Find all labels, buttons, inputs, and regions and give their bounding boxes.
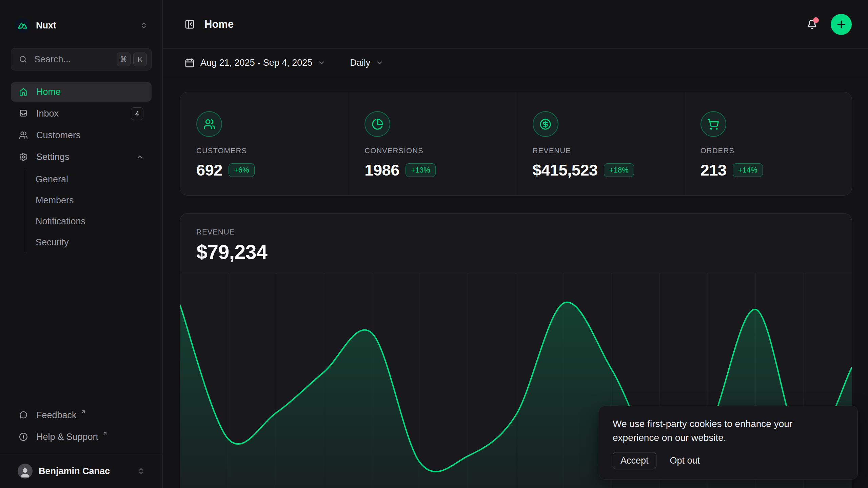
sidebar-item-home[interactable]: Home <box>11 82 152 102</box>
period-select[interactable]: Daily <box>350 58 383 68</box>
message-bubble-icon <box>19 411 28 420</box>
footer-link-label: Feedback <box>36 410 77 421</box>
cookie-actions: Accept Opt out <box>613 452 844 469</box>
dollar-circle-icon <box>533 111 558 137</box>
subnav-label: General <box>36 174 68 185</box>
stat-delta-badge: +13% <box>406 163 436 177</box>
sidebar-spacer <box>0 253 162 406</box>
external-link-icon <box>80 409 86 415</box>
sidebar-item-general[interactable]: General <box>36 169 152 190</box>
revenue-chart-header: REVENUE $79,234 <box>180 214 852 264</box>
stat-delta-badge: +6% <box>229 163 255 177</box>
stat-label: REVENUE <box>533 146 668 155</box>
sidebar: Nuxt Search... ⌘ K Home Inbox 4 <box>0 0 163 488</box>
sidebar-nav: Home Inbox 4 Customers Settings Genera <box>11 82 152 253</box>
user-bar: Benjamin Canac <box>0 454 162 488</box>
kbd-k: K <box>133 53 147 66</box>
pie-chart-icon <box>364 111 390 137</box>
external-link-icon <box>102 431 108 436</box>
users-icon <box>196 111 222 137</box>
stat-card-conversions: CONVERSIONS 1986 +13% <box>348 92 516 195</box>
inbox-count-badge: 4 <box>131 107 143 120</box>
subnav-label: Members <box>36 195 74 206</box>
sidebar-item-security[interactable]: Security <box>36 232 152 253</box>
feedback-link[interactable]: Feedback <box>11 406 152 425</box>
stat-label: ORDERS <box>701 146 835 155</box>
chevrons-up-down-icon <box>140 22 147 29</box>
calendar-icon <box>184 58 195 68</box>
gear-icon <box>19 152 28 161</box>
add-button[interactable] <box>831 14 852 35</box>
avatar <box>18 464 33 479</box>
home-icon <box>19 87 28 96</box>
info-circle-icon <box>19 432 28 441</box>
page-title: Home <box>204 18 234 30</box>
stat-value: 1986 <box>364 161 399 179</box>
subnav-label: Notifications <box>36 216 85 227</box>
date-range-value: Aug 21, 2025 - Sep 4, 2025 <box>200 58 312 68</box>
sidebar-item-members[interactable]: Members <box>36 190 152 211</box>
sidebar-item-label: Inbox <box>36 108 59 119</box>
stat-delta-badge: +18% <box>604 163 634 177</box>
chevron-down-icon <box>318 59 326 67</box>
stat-card-revenue: REVENUE $415,523 +18% <box>516 92 684 195</box>
chevron-up-icon <box>136 153 143 161</box>
chevrons-up-down-icon <box>137 467 145 475</box>
header-actions <box>806 14 852 35</box>
accept-button[interactable]: Accept <box>613 452 656 469</box>
sidebar-item-inbox[interactable]: Inbox 4 <box>11 104 152 123</box>
stat-value: 692 <box>196 161 222 179</box>
workspace-switcher[interactable]: Nuxt <box>8 14 154 37</box>
search-shortcut: ⌘ K <box>117 53 147 66</box>
help-support-link[interactable]: Help & Support <box>11 427 152 446</box>
user-name: Benjamin Canac <box>39 466 110 476</box>
stats-row: CUSTOMERS 692 +6% CONVERSIONS 1986 +13% <box>180 92 852 196</box>
filters-toolbar: Aug 21, 2025 - Sep 4, 2025 Daily <box>163 49 868 77</box>
user-menu[interactable]: Benjamin Canac <box>11 462 152 480</box>
stat-label: CUSTOMERS <box>196 146 332 155</box>
revenue-chart-label: REVENUE <box>196 228 835 237</box>
workspace-name: Nuxt <box>36 20 56 31</box>
stat-label: CONVERSIONS <box>364 146 499 155</box>
notification-dot <box>813 17 819 23</box>
sidebar-item-notifications[interactable]: Notifications <box>36 211 152 232</box>
footer-link-label: Help & Support <box>36 432 98 442</box>
stat-card-customers: CUSTOMERS 692 +6% <box>180 92 348 195</box>
period-value: Daily <box>350 58 370 68</box>
revenue-chart-value: $79,234 <box>196 241 835 264</box>
opt-out-button[interactable]: Opt out <box>670 455 700 466</box>
sidebar-footer: Feedback Help & Support <box>11 406 152 446</box>
kbd-cmd: ⌘ <box>117 53 131 66</box>
stat-delta-badge: +14% <box>733 163 763 177</box>
shopping-cart-icon <box>701 111 726 137</box>
search-input[interactable]: Search... ⌘ K <box>11 48 152 70</box>
stat-card-orders: ORDERS 213 +14% <box>684 92 852 195</box>
cookie-banner: We use first-party cookies to enhance yo… <box>599 406 858 480</box>
stat-value: $415,523 <box>533 161 598 179</box>
sidebar-collapse-button[interactable] <box>184 19 195 29</box>
search-icon <box>19 55 27 64</box>
users-icon <box>19 131 28 140</box>
subnav-label: Security <box>36 237 69 248</box>
date-range-picker[interactable]: Aug 21, 2025 - Sep 4, 2025 <box>184 58 326 68</box>
sidebar-item-label: Home <box>36 87 61 97</box>
sidebar-item-settings[interactable]: Settings <box>11 147 152 167</box>
sidebar-item-customers[interactable]: Customers <box>11 125 152 145</box>
nuxt-logo-icon <box>15 18 30 33</box>
sidebar-item-label: Customers <box>36 130 81 141</box>
chevron-down-icon <box>376 59 383 67</box>
notifications-button[interactable] <box>806 19 818 30</box>
sidebar-item-label: Settings <box>36 152 70 162</box>
search-placeholder: Search... <box>34 54 71 65</box>
cookie-message: We use first-party cookies to enhance yo… <box>613 417 823 445</box>
page-header: Home <box>163 0 868 49</box>
inbox-icon <box>19 109 28 118</box>
stat-value: 213 <box>701 161 727 179</box>
settings-subnav: General Members Notifications Security <box>25 169 152 253</box>
